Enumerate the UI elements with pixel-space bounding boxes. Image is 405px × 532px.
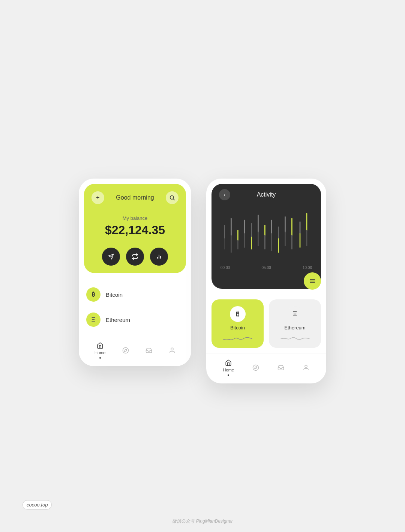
activity-title: Activity	[257, 191, 276, 198]
home-label-right: Home	[223, 368, 234, 372]
send-icon	[108, 254, 114, 260]
list-item[interactable]: ₿ Bitcoin	[86, 282, 184, 307]
chart-area: 00:00 05:00 10:00	[219, 206, 314, 270]
fab-icon	[309, 278, 316, 284]
right-nav-item-inbox[interactable]	[278, 364, 284, 371]
chart-labels: 00:00 05:00 10:00	[219, 266, 314, 270]
bitcoin-card-name: Bitcoin	[230, 325, 245, 331]
right-nav-item-home[interactable]: Home	[223, 359, 234, 376]
svg-point-9	[171, 348, 173, 350]
ethereum-card-icon: Ξ	[287, 306, 303, 322]
right-nav-item-profile[interactable]	[303, 364, 309, 371]
chart-label-0: 00:00	[220, 266, 230, 270]
balance-label: My balance	[92, 215, 178, 221]
profile-icon	[169, 347, 176, 354]
coin-cards: ₿ Bitcoin Ξ Ethereum	[206, 294, 326, 353]
action-buttons	[92, 248, 178, 266]
balance-section: My balance $22,124.35	[92, 215, 178, 237]
add-button[interactable]: +	[92, 191, 104, 204]
compass-icon-right	[252, 364, 259, 371]
chart-label-1: 05:00	[261, 266, 271, 270]
ethereum-mini-chart	[280, 334, 310, 343]
greeting-text: Good morning	[116, 194, 154, 201]
header-top: + Good morning	[92, 191, 178, 204]
svg-point-41	[305, 365, 307, 367]
home-nav-label: Home	[94, 350, 105, 355]
svg-point-0	[170, 196, 174, 199]
nav-item-home[interactable]: Home	[94, 342, 105, 359]
activity-chart	[219, 206, 314, 262]
watermark-text: cocoo.top	[22, 500, 52, 509]
left-phone: + Good morning My balance $22,124.35	[79, 179, 191, 366]
ethereum-label: Ethereum	[106, 317, 130, 323]
bitcoin-card-icon: ₿	[230, 306, 246, 322]
send-button[interactable]	[102, 248, 120, 266]
ethereum-card[interactable]: Ξ Ethereum	[269, 299, 321, 348]
bottom-nav-right: Home	[206, 353, 326, 383]
inbox-icon	[146, 347, 152, 354]
bitcoin-card[interactable]: ₿ Bitcoin	[212, 299, 264, 348]
back-button[interactable]: ‹	[219, 189, 230, 200]
home-icon-right	[225, 359, 232, 366]
bottom-nav: Home	[79, 336, 191, 366]
chart-icon	[156, 254, 162, 260]
compass-icon	[122, 347, 129, 354]
profile-icon-right	[303, 364, 309, 371]
watermark: cocoo.top	[22, 500, 52, 509]
exchange-icon	[132, 253, 138, 260]
svg-point-7	[123, 348, 128, 353]
exchange-button[interactable]	[126, 248, 144, 266]
bitcoin-mini-chart	[223, 334, 253, 343]
activity-top: ‹ Activity	[219, 191, 314, 198]
chart-label-2: 10:00	[303, 266, 312, 270]
coin-list: ₿ Bitcoin Ξ Ethereum	[79, 278, 191, 336]
nav-item-inbox[interactable]	[146, 347, 152, 354]
ethereum-card-name: Ethereum	[284, 325, 305, 331]
fab-button[interactable]	[304, 272, 321, 290]
svg-point-39	[253, 365, 259, 371]
search-icon	[169, 195, 175, 201]
inbox-icon-right	[278, 364, 284, 371]
right-phone: ‹ Activity	[206, 179, 326, 383]
nav-item-profile[interactable]	[169, 347, 176, 354]
list-item[interactable]: Ξ Ethereum	[86, 307, 184, 332]
footer-text: 微信公众号 PingMianDesigner	[172, 518, 232, 524]
active-dot	[99, 357, 101, 359]
home-icon	[97, 342, 104, 349]
balance-amount: $22,124.35	[92, 223, 178, 237]
svg-marker-40	[255, 367, 257, 369]
stats-button[interactable]	[150, 248, 168, 266]
svg-marker-8	[124, 349, 126, 352]
ethereum-icon: Ξ	[86, 313, 100, 327]
bitcoin-label: Bitcoin	[106, 292, 123, 298]
right-active-dot	[228, 374, 229, 376]
search-button[interactable]	[166, 191, 178, 204]
bitcoin-icon: ₿	[86, 287, 100, 302]
activity-header: ‹ Activity	[212, 184, 321, 289]
green-header-card: + Good morning My balance $22,124.35	[84, 184, 186, 273]
nav-item-compass[interactable]	[122, 347, 129, 354]
right-nav-item-compass[interactable]	[252, 364, 259, 371]
svg-line-1	[173, 199, 175, 200]
main-container: + Good morning My balance $22,124.35	[79, 179, 326, 383]
